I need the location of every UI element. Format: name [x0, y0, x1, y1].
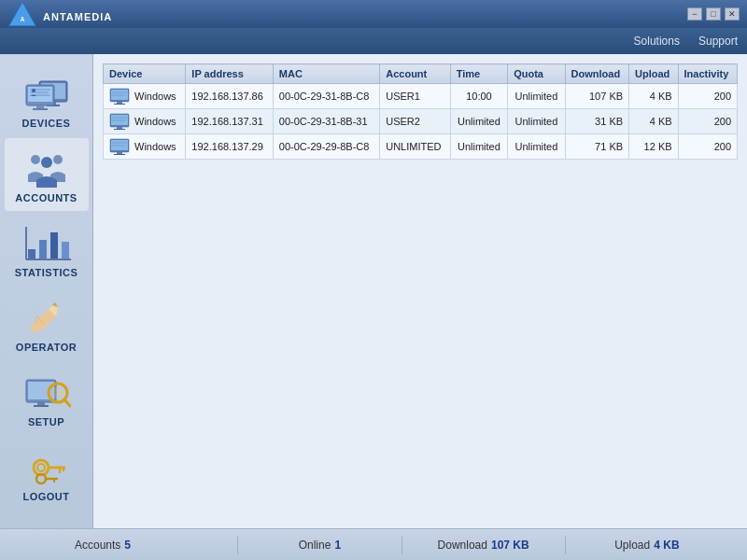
devices-table: Device IP address MAC Account Time Quota…	[103, 63, 738, 160]
svg-point-30	[51, 386, 64, 399]
main-layout: DEVICES ACCOUNTS	[0, 54, 747, 528]
close-button[interactable]: ✕	[725, 7, 740, 21]
online-status-label: Online	[299, 539, 331, 552]
svg-point-14	[32, 89, 35, 92]
download-status-label: Download	[438, 539, 487, 552]
col-inactivity: Inactivity	[678, 64, 737, 84]
quota-cell: Unlimited	[508, 84, 565, 109]
time-cell: Unlimited	[450, 109, 507, 134]
svg-point-33	[37, 464, 45, 471]
accounts-status-value: 5	[124, 539, 131, 552]
device-cell: Windows	[104, 84, 186, 109]
logout-label: LOGOUT	[22, 491, 69, 502]
svg-point-17	[41, 157, 52, 168]
quota-cell: Unlimited	[508, 109, 565, 134]
ip-cell: 192.168.137.31	[186, 109, 273, 134]
sidebar-item-operator[interactable]: OPERATOR	[5, 287, 89, 360]
sidebar-item-setup[interactable]: SETUP	[5, 362, 89, 435]
svg-rect-13	[33, 108, 48, 110]
statistics-icon	[22, 220, 71, 265]
menubar: Solutions Support	[0, 28, 747, 54]
accounts-status: Accounts 5	[75, 539, 237, 552]
inactivity-cell: 200	[678, 134, 737, 160]
col-mac: MAC	[273, 64, 379, 84]
operator-label: OPERATOR	[16, 342, 77, 353]
logout-icon	[22, 444, 71, 489]
upload-status: Upload 4 KB	[566, 539, 728, 552]
account-cell: USER1	[380, 84, 450, 109]
setup-label: SETUP	[28, 416, 64, 427]
svg-rect-41	[111, 90, 128, 100]
svg-point-32	[34, 460, 49, 475]
download-status: Download 107 KB	[402, 539, 565, 552]
table-row[interactable]: Windows192.168.137.2900-0C-29-29-8B-C8UN…	[104, 134, 738, 160]
devices-icon	[22, 71, 71, 116]
svg-rect-19	[39, 240, 47, 259]
account-cell: USER2	[380, 109, 450, 134]
statistics-label: STATISTICS	[15, 267, 78, 278]
solutions-menu[interactable]: Solutions	[634, 35, 680, 48]
support-menu[interactable]: Support	[698, 35, 738, 48]
col-ip: IP address	[186, 64, 273, 84]
accounts-icon	[22, 146, 71, 190]
svg-rect-28	[34, 405, 49, 407]
statusbar: Accounts 5 Online 1 Download 107 KB Uplo…	[0, 528, 747, 560]
upload-cell: 4 KB	[629, 109, 679, 134]
col-account: Account	[380, 64, 450, 84]
mac-cell: 00-0C-29-29-8B-C8	[273, 134, 379, 160]
upload-cell: 12 KB	[629, 134, 679, 160]
upload-cell: 4 KB	[629, 84, 679, 109]
setup-icon	[22, 370, 71, 414]
download-cell: 107 KB	[565, 84, 628, 109]
online-status-value: 1	[334, 539, 341, 552]
table-row[interactable]: Windows192.168.137.8600-0C-29-31-8B-C8US…	[104, 84, 738, 109]
minimize-button[interactable]: −	[687, 7, 702, 21]
device-cell: Windows	[104, 134, 186, 160]
device-type: Windows	[134, 91, 176, 102]
device-type: Windows	[134, 116, 176, 127]
sidebar-item-accounts[interactable]: ACCOUNTS	[5, 138, 89, 211]
table-row[interactable]: Windows192.168.137.3100-0C-29-31-8B-31US…	[104, 109, 738, 134]
svg-rect-45	[114, 104, 125, 105]
svg-rect-8	[28, 87, 52, 102]
col-upload: Upload	[629, 64, 679, 84]
mac-cell: 00-0C-29-31-8B-C8	[273, 84, 379, 109]
sidebar: DEVICES ACCOUNTS	[0, 54, 93, 528]
ip-cell: 192.168.137.86	[186, 84, 273, 109]
restore-button[interactable]: □	[706, 7, 721, 21]
mac-cell: 00-0C-29-31-8B-31	[273, 109, 379, 134]
download-cell: 71 KB	[565, 134, 628, 160]
quota-cell: Unlimited	[508, 134, 565, 160]
svg-rect-20	[50, 232, 58, 259]
accounts-label: ACCOUNTS	[15, 192, 77, 203]
titlebar: A ANTAMEDIA ANTAMEDIA − □ ✕	[0, 0, 747, 28]
download-cell: 31 KB	[565, 109, 628, 134]
svg-rect-57	[114, 154, 125, 155]
col-time: Time	[450, 64, 507, 84]
devices-label: DEVICES	[22, 118, 71, 129]
accounts-status-label: Accounts	[75, 539, 120, 552]
app-name: ANTAMEDIA	[43, 11, 112, 22]
inactivity-cell: 200	[678, 109, 737, 134]
time-cell: 10:00	[450, 84, 507, 109]
svg-rect-53	[111, 140, 128, 150]
svg-rect-18	[28, 249, 35, 259]
download-status-value: 107 KB	[491, 539, 529, 552]
col-device: Device	[104, 64, 186, 84]
sidebar-item-statistics[interactable]: STATISTICS	[5, 213, 89, 286]
upload-status-label: Upload	[614, 539, 650, 552]
app-logo: A ANTAMEDIA ANTAMEDIA	[7, 0, 112, 29]
device-type: Windows	[134, 141, 176, 152]
table-header-row: Device IP address MAC Account Time Quota…	[104, 64, 738, 84]
svg-line-31	[64, 399, 70, 406]
sidebar-item-logout[interactable]: LOGOUT	[5, 437, 89, 510]
col-quota: Quota	[508, 64, 565, 84]
svg-point-15	[31, 155, 40, 164]
svg-rect-47	[111, 115, 128, 125]
operator-icon	[22, 295, 71, 340]
svg-text:A: A	[21, 16, 25, 22]
time-cell: Unlimited	[450, 134, 507, 160]
upload-status-value: 4 KB	[654, 539, 679, 552]
sidebar-item-devices[interactable]: DEVICES	[5, 63, 89, 136]
svg-rect-50	[117, 127, 122, 129]
